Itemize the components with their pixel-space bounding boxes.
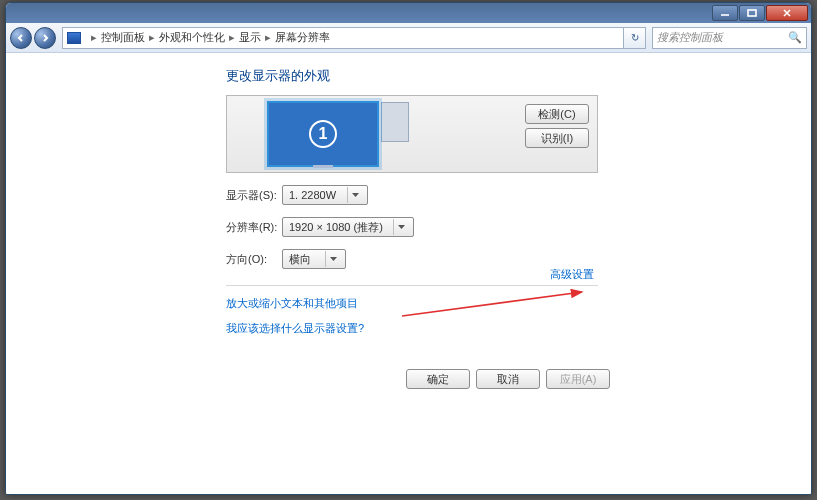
- monitor-arrange-area[interactable]: 1 检测(C) 识别(I): [226, 95, 598, 173]
- window-frame: ▸ 控制面板 ▸ 外观和个性化 ▸ 显示 ▸ 屏幕分辨率 ↻ 搜索控制面板 🔍 …: [5, 2, 812, 495]
- breadcrumb-item[interactable]: 控制面板: [101, 30, 145, 45]
- resolution-select[interactable]: 1920 × 1080 (推荐): [282, 217, 414, 237]
- orientation-label: 方向(O):: [226, 252, 282, 267]
- maximize-button[interactable]: [739, 5, 765, 21]
- search-icon: 🔍: [788, 31, 802, 44]
- orientation-select[interactable]: 横向: [282, 249, 346, 269]
- divider: 高级设置: [226, 285, 598, 286]
- breadcrumb-item[interactable]: 屏幕分辨率: [275, 30, 330, 45]
- action-buttons: 确定 取消 应用(A): [406, 369, 610, 389]
- resolution-value: 1920 × 1080 (推荐): [289, 220, 383, 235]
- monitor-1[interactable]: 1: [267, 101, 379, 167]
- chevron-right-icon: ▸: [91, 31, 97, 44]
- search-placeholder: 搜索控制面板: [657, 30, 723, 45]
- resolution-label: 分辨率(R):: [226, 220, 282, 235]
- close-button[interactable]: [766, 5, 808, 21]
- breadcrumb[interactable]: ▸ 控制面板 ▸ 外观和个性化 ▸ 显示 ▸ 屏幕分辨率: [62, 27, 624, 49]
- display-row: 显示器(S): 1. 2280W: [226, 185, 811, 205]
- address-bar: ▸ 控制面板 ▸ 外观和个性化 ▸ 显示 ▸ 屏幕分辨率 ↻ 搜索控制面板 🔍: [6, 23, 811, 53]
- text-size-link[interactable]: 放大或缩小文本和其他项目: [226, 296, 811, 311]
- nav-forward-button[interactable]: [34, 27, 56, 49]
- monitor-2[interactable]: [381, 102, 409, 142]
- resolution-row: 分辨率(R): 1920 × 1080 (推荐): [226, 217, 811, 237]
- which-settings-link[interactable]: 我应该选择什么显示器设置?: [226, 321, 811, 336]
- content-area: 更改显示器的外观 1 检测(C) 识别(I) 显示器(S): 1. 2280W …: [6, 53, 811, 494]
- apply-button[interactable]: 应用(A): [546, 369, 610, 389]
- advanced-settings-link[interactable]: 高级设置: [550, 267, 594, 282]
- chevron-right-icon: ▸: [265, 31, 271, 44]
- monitor-number: 1: [309, 120, 337, 148]
- minimize-button[interactable]: [712, 5, 738, 21]
- ok-button[interactable]: 确定: [406, 369, 470, 389]
- display-select[interactable]: 1. 2280W: [282, 185, 368, 205]
- titlebar: [6, 3, 811, 23]
- detect-button[interactable]: 检测(C): [525, 104, 589, 124]
- cancel-button[interactable]: 取消: [476, 369, 540, 389]
- orientation-value: 横向: [289, 252, 311, 267]
- breadcrumb-item[interactable]: 显示: [239, 30, 261, 45]
- control-panel-icon: [67, 32, 81, 44]
- search-input[interactable]: 搜索控制面板 🔍: [652, 27, 807, 49]
- chevron-down-icon: [347, 187, 363, 203]
- chevron-right-icon: ▸: [229, 31, 235, 44]
- chevron-right-icon: ▸: [149, 31, 155, 44]
- identify-button[interactable]: 识别(I): [525, 128, 589, 148]
- refresh-button[interactable]: ↻: [624, 27, 646, 49]
- chevron-down-icon: [393, 219, 409, 235]
- monitor-stand: [313, 165, 333, 168]
- svg-rect-0: [748, 10, 756, 16]
- display-label: 显示器(S):: [226, 188, 282, 203]
- breadcrumb-item[interactable]: 外观和个性化: [159, 30, 225, 45]
- chevron-down-icon: [325, 251, 341, 267]
- orientation-row: 方向(O): 横向: [226, 249, 811, 269]
- nav-back-button[interactable]: [10, 27, 32, 49]
- display-value: 1. 2280W: [289, 189, 336, 201]
- page-title: 更改显示器的外观: [226, 67, 811, 85]
